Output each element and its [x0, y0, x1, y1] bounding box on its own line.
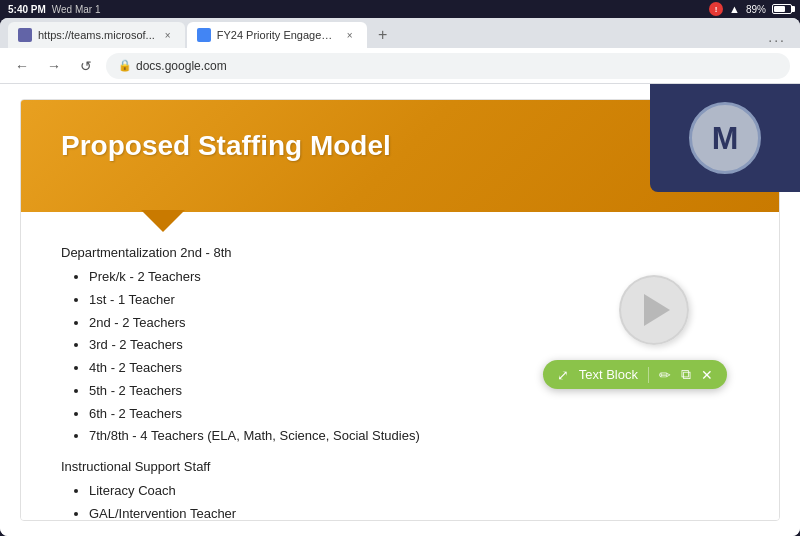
fy24-favicon	[197, 28, 211, 42]
tab-bar: https://teams.microsof... × FY24 Priorit…	[0, 18, 800, 48]
tab-teams-close[interactable]: ×	[161, 28, 175, 42]
status-time: 5:40 PM	[8, 4, 46, 15]
address-bar[interactable]: 🔒 docs.google.com	[106, 53, 790, 79]
avatar-popup[interactable]: M	[650, 84, 800, 192]
battery-percent: 89%	[746, 4, 766, 15]
section-heading-1: Departmentalization 2nd - 8th	[61, 242, 739, 264]
bullet-list-2: Literacy Coach GAL/Intervention Teacher …	[61, 480, 739, 521]
toolbar-divider	[648, 367, 649, 383]
tab-fy24-label: FY24 Priority Engagem...	[217, 29, 337, 41]
close-icon[interactable]: ✕	[701, 367, 713, 383]
back-button[interactable]: ←	[10, 54, 34, 78]
list-item: GAL/Intervention Teacher	[89, 503, 739, 521]
edit-icon[interactable]: ✏	[659, 367, 671, 383]
wifi-icon: ▲	[729, 3, 740, 15]
play-triangle-icon	[644, 294, 670, 326]
tab-fy24[interactable]: FY24 Priority Engagem... ×	[187, 22, 367, 48]
slide-title: Proposed Staffing Model	[61, 130, 739, 162]
page-content: Proposed Staffing Model Departmentalizat…	[0, 84, 800, 536]
forward-button[interactable]: →	[42, 54, 66, 78]
refresh-button[interactable]: ↺	[74, 54, 98, 78]
text-block-toolbar[interactable]: ⤢ Text Block ✏ ⧉ ✕	[543, 360, 727, 389]
move-icon[interactable]: ⤢	[557, 367, 569, 383]
list-item: Literacy Coach	[89, 480, 739, 503]
tab-teams-label: https://teams.microsof...	[38, 29, 155, 41]
battery-icon	[772, 4, 792, 14]
status-date: Wed Mar 1	[52, 4, 101, 15]
lock-icon: 🔒	[118, 59, 132, 72]
browser-window: https://teams.microsof... × FY24 Priorit…	[0, 18, 800, 536]
list-item: 6th - 2 Teachers	[89, 403, 739, 426]
avatar: M	[689, 102, 761, 174]
play-circle	[619, 275, 689, 345]
text-block-label: Text Block	[579, 367, 638, 382]
address-bar-row: ← → ↺ 🔒 docs.google.com	[0, 48, 800, 84]
tab-menu-button[interactable]: ···	[762, 32, 792, 48]
list-item: 7th/8th - 4 Teachers (ELA, Math, Science…	[89, 425, 739, 448]
teams-favicon	[18, 28, 32, 42]
notification-dot: !	[709, 2, 723, 16]
new-tab-button[interactable]: +	[369, 22, 397, 48]
status-bar: 5:40 PM Wed Mar 1 ! ▲ 89%	[0, 0, 800, 18]
address-url: docs.google.com	[136, 59, 227, 73]
status-right: ! ▲ 89%	[709, 2, 792, 16]
play-button[interactable]	[619, 275, 689, 345]
tab-teams[interactable]: https://teams.microsof... ×	[8, 22, 185, 48]
tab-fy24-close[interactable]: ×	[343, 28, 357, 42]
copy-icon[interactable]: ⧉	[681, 366, 691, 383]
section-heading-2: Instructional Support Staff	[61, 456, 739, 478]
outer-frame: 5:40 PM Wed Mar 1 ! ▲ 89% https://teams.…	[0, 0, 800, 536]
